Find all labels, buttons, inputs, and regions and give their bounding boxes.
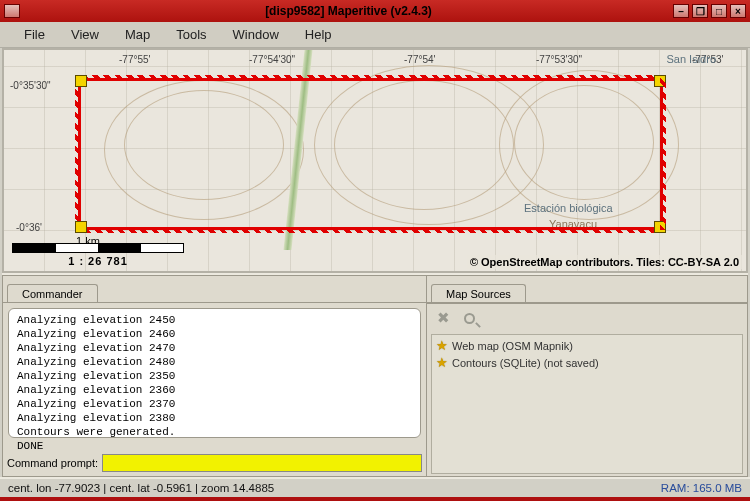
star-icon: ★ <box>436 338 448 353</box>
menu-help[interactable]: Help <box>295 23 342 46</box>
place-label-san-isidro: San Isidro <box>666 53 716 65</box>
scalebar: 1 : 26 781 <box>12 243 184 267</box>
list-item[interactable]: ★ Contours (SQLite) (not saved) <box>436 354 738 371</box>
menu-map[interactable]: Map <box>115 23 160 46</box>
menu-file[interactable]: File <box>14 23 55 46</box>
list-item[interactable]: ★ Web map (OSM Mapnik) <box>436 337 738 354</box>
selection-edge <box>75 75 666 81</box>
close-button[interactable]: × <box>730 4 746 18</box>
log-line: Analyzing elevation 2380 <box>17 411 412 425</box>
map-sources-panel: Map Sources ✖ ★ Web map (OSM Mapnik) ★ C… <box>427 275 748 477</box>
selection-handle-ne[interactable] <box>654 75 666 87</box>
source-item-label: Contours (SQLite) (not saved) <box>452 357 599 369</box>
log-line: Analyzing elevation 2480 <box>17 355 412 369</box>
lower-panel-container: Commander Analyzing elevation 2450 Analy… <box>2 273 748 477</box>
tab-commander[interactable]: Commander <box>7 284 98 303</box>
statusbar: cent. lon -77.9023 | cent. lat -0.5961 |… <box>0 477 750 497</box>
selection-handle-sw[interactable] <box>75 221 87 233</box>
log-line: Analyzing elevation 2470 <box>17 341 412 355</box>
commander-panel: Commander Analyzing elevation 2450 Analy… <box>2 275 427 477</box>
window-title: [disp9582] Maperitive (v2.4.3) <box>24 4 673 18</box>
menubar: File View Map Tools Window Help <box>0 22 750 48</box>
selection-edge <box>75 227 666 233</box>
command-prompt-label: Command prompt: <box>7 457 98 469</box>
commander-log[interactable]: Analyzing elevation 2450 Analyzing eleva… <box>8 308 421 438</box>
selection-handle-nw[interactable] <box>75 75 87 87</box>
maximize-button[interactable]: □ <box>711 4 727 18</box>
log-line: Analyzing elevation 2360 <box>17 383 412 397</box>
lon-tick-label: -77°53'30" <box>536 54 582 65</box>
search-source-icon[interactable] <box>459 308 479 328</box>
minimize-button[interactable]: – <box>673 4 689 18</box>
remove-source-icon[interactable]: ✖ <box>433 308 453 328</box>
menu-tools[interactable]: Tools <box>166 23 216 46</box>
window-titlebar: [disp9582] Maperitive (v2.4.3) – ❐ □ × <box>0 0 750 22</box>
statusbar-center-info: cent. lon -77.9023 | cent. lat -0.5961 |… <box>8 482 274 494</box>
map-selection-rect[interactable] <box>78 78 663 230</box>
log-line: Analyzing elevation 2350 <box>17 369 412 383</box>
source-item-label: Web map (OSM Mapnik) <box>452 340 573 352</box>
log-line: Analyzing elevation 2450 <box>17 313 412 327</box>
command-prompt-input[interactable] <box>102 454 422 472</box>
menu-window[interactable]: Window <box>223 23 289 46</box>
log-line: Analyzing elevation 2370 <box>17 397 412 411</box>
tab-map-sources[interactable]: Map Sources <box>431 284 526 303</box>
menu-view[interactable]: View <box>61 23 109 46</box>
log-line: Contours were generated. <box>17 425 412 439</box>
lon-tick-label: -77°54'30" <box>249 54 295 65</box>
restore-button[interactable]: ❐ <box>692 4 708 18</box>
statusbar-ram: RAM: 165.0 MB <box>661 482 742 494</box>
star-icon: ★ <box>436 355 448 370</box>
scalebar-ratio: 1 : 26 781 <box>12 255 184 267</box>
lat-tick-label: -0°35'30" <box>10 80 51 91</box>
map-copyright: © OpenStreetMap contributors. Tiles: CC-… <box>467 255 742 269</box>
map-viewport[interactable]: -77°55' -77°54'30" -77°54' -77°53'30" -7… <box>2 48 748 273</box>
selection-handle-se[interactable] <box>654 221 666 233</box>
log-line: Analyzing elevation 2460 <box>17 327 412 341</box>
map-sources-list[interactable]: ★ Web map (OSM Mapnik) ★ Contours (SQLit… <box>431 334 743 474</box>
scalebar-graphic <box>12 243 184 253</box>
lat-tick-label: -0°36' <box>16 222 42 233</box>
lon-tick-label: -77°54' <box>404 54 435 65</box>
lon-tick-label: -77°55' <box>119 54 150 65</box>
window-system-menu-button[interactable] <box>4 4 20 18</box>
